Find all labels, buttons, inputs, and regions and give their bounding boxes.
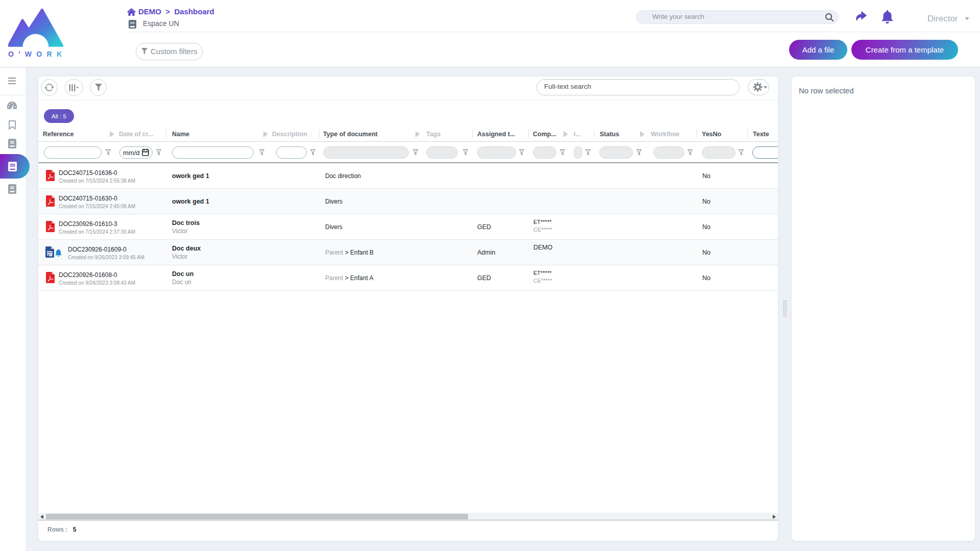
svg-text:O'WORK: O'WORK: [8, 50, 63, 58]
